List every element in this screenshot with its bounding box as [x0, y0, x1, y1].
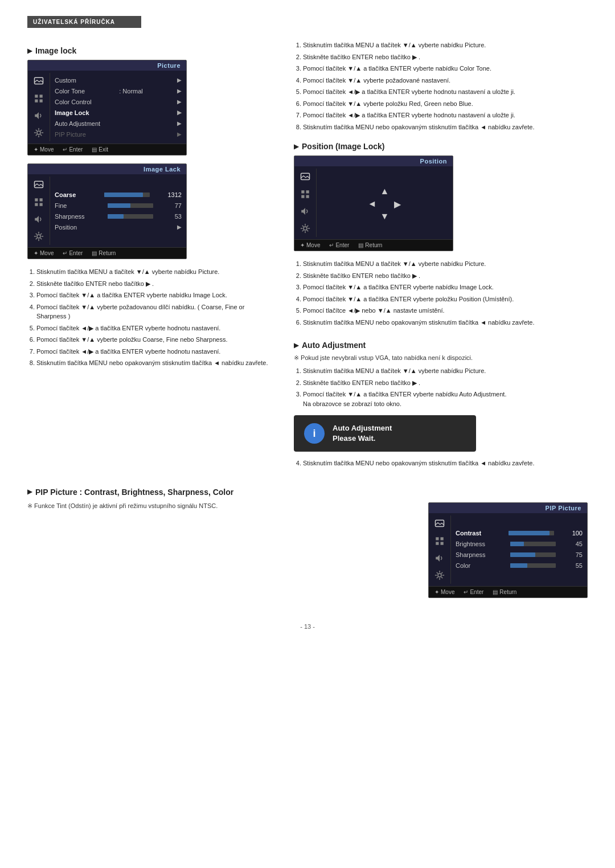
svg-rect-2 — [40, 95, 43, 97]
picture-menu-footer: ✦ Move ↵ Enter ▤ Exit — [28, 144, 186, 155]
list-item: Pomocí tlačítek ▼/▲ vyberte položku Coar… — [36, 335, 272, 345]
svg-point-27 — [438, 574, 441, 577]
color-bar — [510, 563, 556, 568]
picture-icon — [32, 75, 45, 88]
speaker-icon — [32, 109, 45, 122]
list-item: Pomocí tlačítek ◄/▶ a tlačítka ENTER vyb… — [36, 347, 272, 357]
pip-item-contrast: Contrast 100 — [456, 529, 583, 538]
svg-rect-11 — [40, 203, 43, 206]
pip-icons — [429, 515, 451, 584]
svg-point-6 — [37, 131, 40, 134]
svg-rect-10 — [35, 203, 38, 206]
list-item: Stisknutím tlačítka MENU nebo opakovaným… — [303, 458, 588, 468]
auto-adjustment-list: Stisknutím tlačítka MENU a tlačítek ▼/▲ … — [294, 366, 588, 408]
list-item: Pomocí tlačítek ▼/▲ vyberte požadované n… — [303, 76, 588, 85]
brightness-bar — [510, 542, 556, 546]
image-lack-menu-title: Image Lack — [28, 164, 186, 174]
svg-rect-3 — [35, 100, 38, 103]
list-item: Stiskněte tlačítko ENTER nebo tlačítko ▶… — [36, 279, 272, 289]
right-arrow[interactable]: ▶ — [394, 199, 401, 210]
svg-rect-24 — [436, 542, 438, 544]
position-menu-title: Position — [294, 156, 453, 166]
grid-icon4 — [433, 535, 446, 547]
list-item: Stiskněte tlačítko ENTER nebo tlačítko ▶… — [303, 52, 588, 62]
right-intro-list: Stisknutím tlačítka MENU a tlačítek ▼/▲ … — [294, 40, 588, 132]
picture-icon2 — [32, 179, 45, 191]
speaker-icon3 — [299, 205, 311, 218]
menu-item-fine: Fine 77 — [55, 201, 182, 210]
image-lack-menu-body: Coarse 1312 Fine — [28, 174, 186, 247]
svg-marker-19 — [301, 208, 305, 215]
position-image-lock-section: Position (Image Lock) Position — [294, 142, 588, 327]
pip-sharpness-bar — [510, 552, 556, 557]
auto-adjustment-section: Auto Adjustment Pokud jste nevybrali vst… — [294, 341, 588, 468]
menu-item-color-tone: Color Tone : Normal ▶ — [55, 87, 182, 96]
auto-adjustment-title: Auto Adjustment — [294, 341, 588, 350]
pip-menu-box: PIP Picture — [428, 502, 588, 598]
left-arrow[interactable]: ◄ — [368, 199, 377, 209]
grid-icon2 — [32, 196, 45, 208]
list-item: Stisknutím tlačítka MENU a tlačítek ▼/▲ … — [303, 366, 588, 376]
right-column: Stisknutím tlačítka MENU a tlačítek ▼/▲ … — [294, 40, 588, 482]
picture-icon4 — [433, 518, 446, 530]
pip-section-title: PIP Picture : Contrast, Brightness, Shar… — [27, 488, 588, 497]
svg-rect-21 — [436, 520, 444, 526]
svg-rect-8 — [35, 198, 38, 201]
settings-icon3 — [299, 222, 311, 235]
pip-item-brightness: Brightness 45 — [456, 539, 583, 548]
pip-footer: ✦ Move ↵ Enter ▤ Return — [429, 586, 587, 597]
image-lack-icons — [28, 177, 50, 245]
svg-rect-16 — [306, 190, 309, 193]
menu-item-custom: Custom ▶ — [55, 76, 182, 85]
svg-rect-4 — [40, 100, 43, 103]
speaker-icon2 — [32, 213, 45, 226]
menu-item-pip-picture: PIP Picture ▶ — [55, 130, 182, 139]
auto-adjustment-popup-text: Auto Adjustment Please Wait. — [333, 423, 392, 444]
list-item: Stiskněte tlačítko ENTER nebo tlačítko ▶… — [303, 271, 588, 281]
list-item: Pomocí tlačítek ▼/▲ a tlačítka ENTER vyb… — [303, 64, 588, 73]
svg-rect-25 — [441, 542, 444, 544]
page-number: - 13 - — [27, 623, 588, 630]
pip-left: Funkce Tint (Odstín) je aktivní při reži… — [27, 502, 407, 606]
menu-item-color-control: Color Control ▶ — [55, 97, 182, 107]
svg-rect-9 — [40, 198, 43, 201]
position-title: Position (Image Lock) — [294, 142, 588, 151]
list-item: Pomocí tlačítek ▼/▲ a tlačítka ENTER vyb… — [36, 290, 272, 300]
menu-item-position: Position ▶ — [55, 223, 182, 232]
pip-items: Contrast 100 Brightness — [451, 515, 587, 584]
svg-marker-12 — [35, 216, 39, 223]
list-item: Stisknutím tlačítka MENU nebo opakovaným… — [36, 358, 272, 368]
auto-adjustment-list2: Stisknutím tlačítka MENU nebo opakovaným… — [294, 458, 588, 468]
pip-item-color: Color 55 — [456, 561, 583, 570]
arrow-grid: ▲ ◄ ▶ ▼ — [366, 185, 404, 223]
list-item: Stisknutím tlačítka MENU a tlačítek ▼/▲ … — [303, 259, 588, 269]
coarse-bar — [104, 193, 150, 197]
position-center: ▲ ◄ ▶ ▼ — [321, 177, 448, 228]
menu-items: Custom ▶ Color Tone : Normal ▶ Color Con… — [50, 73, 186, 141]
up-arrow[interactable]: ▲ — [380, 186, 390, 196]
svg-rect-1 — [35, 95, 38, 97]
page: Uživatelská příručka Image lock Picture — [0, 0, 615, 868]
main-layout: Image lock Picture — [27, 40, 588, 482]
position-arrows-area: ▲ ◄ ▶ ▼ — [317, 169, 453, 237]
svg-point-20 — [304, 227, 307, 230]
down-arrow[interactable]: ▼ — [380, 211, 390, 222]
svg-marker-5 — [35, 112, 39, 119]
image-lack-menu-box: Image Lack — [27, 163, 187, 259]
image-lack-footer: ✦ Move ↵ Enter ▤ Return — [28, 247, 186, 259]
grid-icon — [32, 92, 45, 105]
list-item: Stisknutím tlačítka MENU nebo opakovaným… — [303, 318, 588, 327]
position-menu-body: ▲ ◄ ▶ ▼ — [294, 166, 453, 239]
pip-section-layout: Funkce Tint (Odstín) je aktivní při reži… — [27, 502, 588, 606]
list-item: Stisknutím tlačítka MENU nebo opakovaným… — [303, 122, 588, 132]
svg-rect-0 — [35, 77, 43, 84]
picture-menu-title: Picture — [28, 60, 186, 71]
image-lack-items: Coarse 1312 Fine — [50, 177, 186, 245]
pip-note: Funkce Tint (Odstín) je aktivní při reži… — [27, 502, 407, 510]
settings-icon4 — [433, 569, 446, 582]
menu-icons — [28, 73, 50, 141]
picture-icon3 — [299, 171, 311, 183]
svg-rect-23 — [441, 537, 444, 540]
position-footer: ✦ Move ↵ Enter ▤ Return — [294, 239, 453, 251]
list-item: Pomocí tlačítek ▼/▲ vyberte požadovanou … — [36, 302, 272, 321]
